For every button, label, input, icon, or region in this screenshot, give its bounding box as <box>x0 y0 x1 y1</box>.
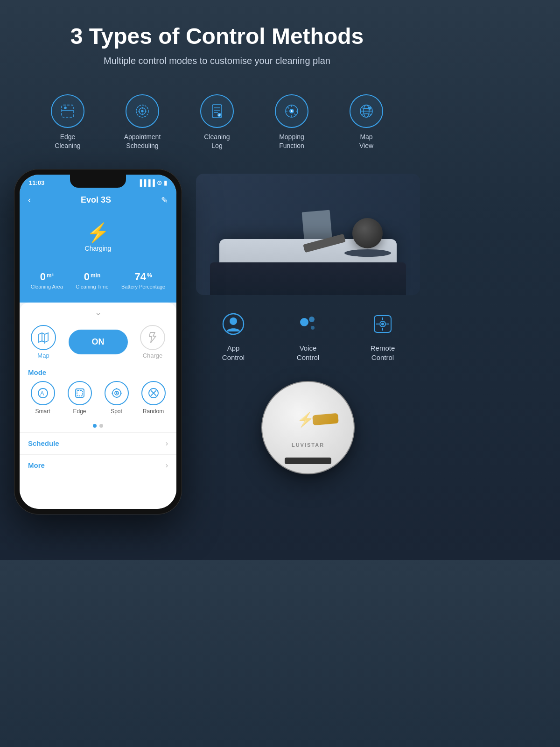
app-control-item: AppControl <box>218 309 248 363</box>
edge-mode[interactable]: Edge <box>65 381 94 415</box>
random-mode[interactable]: Random <box>139 381 168 415</box>
mopping-icon-circle <box>275 94 308 128</box>
svg-point-47 <box>230 317 237 325</box>
edge-label: Edge <box>73 408 86 415</box>
feature-map-view: MapView <box>336 94 397 150</box>
app-control-svg <box>220 311 246 337</box>
random-label: Random <box>143 408 164 415</box>
mopping-icon <box>283 102 301 120</box>
map-view-icon-circle <box>350 94 383 128</box>
cleaning-area-label: Cleaning Area <box>31 284 63 289</box>
phone-notch <box>70 175 126 188</box>
svg-point-49 <box>309 317 315 322</box>
page-dots <box>20 424 176 428</box>
edit-button[interactable]: ✎ <box>161 195 168 205</box>
smart-label: Smart <box>35 408 50 415</box>
cleaning-log-icon <box>208 102 226 120</box>
svg-point-50 <box>311 326 315 330</box>
dot-2 <box>99 424 103 428</box>
svg-rect-35 <box>77 390 83 396</box>
mode-icons: A Smart <box>28 381 168 415</box>
phone-status-bar: 11:03 ▐▐▐▐ ⊙ ▮ <box>20 175 176 191</box>
edge-cleaning-icon-circle <box>51 94 84 128</box>
svg-line-24 <box>294 114 296 115</box>
map-action[interactable]: Map <box>31 325 56 359</box>
spot-label: Spot <box>111 408 122 415</box>
cleaning-area-value: 0 <box>40 271 46 283</box>
robot-gold-strip <box>312 413 339 426</box>
edge-cleaning-label: EdgeCleaning <box>55 133 80 150</box>
quick-actions: Map ON Charge <box>20 320 176 364</box>
charge-icon <box>140 325 165 350</box>
cleaning-area-unit: m² <box>47 272 54 279</box>
map-view-icon <box>357 102 375 120</box>
on-button[interactable]: ON <box>69 330 128 354</box>
voice-control-label: VoiceControl <box>297 344 319 363</box>
wifi-icon: ⊙ <box>157 179 162 186</box>
feature-edge-cleaning: EdgeCleaning <box>37 94 98 150</box>
remote-control-label: RemoteControl <box>371 344 395 363</box>
cleaning-time-stat: 0 min Cleaning Time <box>76 271 108 289</box>
shelf-base <box>210 262 406 295</box>
mode-section: Mode A Smart <box>20 364 176 419</box>
cleaning-time-label: Cleaning Time <box>76 284 108 289</box>
phone-time: 11:03 <box>29 179 44 186</box>
smart-icon: A <box>31 381 55 405</box>
svg-point-2 <box>64 107 66 109</box>
cleaning-time-unit: min <box>91 272 100 279</box>
phone-mockup: 11:03 ▐▐▐▐ ⊙ ▮ ‹ Evol 3S ✎ ⚡ <box>14 169 182 514</box>
appointment-label: AppointmentScheduling <box>124 133 161 150</box>
spot-mode[interactable]: Spot <box>102 381 131 415</box>
robot-bottom-strip <box>285 458 331 464</box>
cleaning-time-value: 0 <box>84 271 90 283</box>
svg-point-9 <box>141 110 143 112</box>
charging-bolt-icon: ⚡ <box>86 223 110 242</box>
speaker-ring <box>344 249 391 257</box>
app-control-icon <box>218 309 248 339</box>
more-chevron-icon: › <box>166 461 168 470</box>
battery-value: 74 <box>135 271 146 283</box>
smart-mode[interactable]: A Smart <box>28 381 57 415</box>
edge-icon <box>68 381 92 405</box>
header: 3 Types of Control Methods Multiple cont… <box>0 0 434 80</box>
appointment-icon-circle <box>126 94 159 128</box>
map-label: Map <box>37 352 49 359</box>
drag-handle: ⌄ <box>20 307 176 317</box>
device-name: Evol 3S <box>31 195 161 205</box>
feature-cleaning-log: CleaningLog <box>187 94 247 150</box>
charge-label: Charge <box>143 352 163 359</box>
phone-stats: 0 m² Cleaning Area 0 min Cleaning Time <box>20 263 176 303</box>
robot-lightning-icon: ⚡ <box>297 411 314 428</box>
robot-vacuum-area: ⚡ LUVISTAR <box>196 376 420 484</box>
spot-icon <box>105 381 129 405</box>
cleaning-log-icon-circle <box>200 94 234 128</box>
remote-control-svg <box>370 311 396 337</box>
svg-point-38 <box>116 393 117 394</box>
phone-header: ‹ Evol 3S ✎ <box>20 191 176 214</box>
schedule-menu-item[interactable]: Schedule › <box>20 432 176 454</box>
random-icon <box>141 381 166 405</box>
charge-action[interactable]: Charge <box>140 325 165 359</box>
phone-screen: 11:03 ▐▐▐▐ ⊙ ▮ ‹ Evol 3S ✎ ⚡ <box>20 175 176 509</box>
svg-point-25 <box>291 110 293 112</box>
robot-vacuum: ⚡ LUVISTAR <box>261 381 355 474</box>
svg-rect-0 <box>62 105 74 117</box>
cleaning-log-label: CleaningLog <box>204 133 230 150</box>
remote-control-item: RemoteControl <box>368 309 398 363</box>
battery-label: Battery Percentage <box>121 284 165 289</box>
app-control-label: AppControl <box>222 344 245 363</box>
voice-control-item: VoiceControl <box>293 309 323 363</box>
feature-appointment-scheduling: AppointmentScheduling <box>112 94 173 150</box>
more-menu-item[interactable]: More › <box>20 454 176 476</box>
charging-label: Charging <box>85 245 112 252</box>
control-methods: AppControl VoiceControl <box>196 304 420 367</box>
features-row: EdgeCleaning AppointmentScheduling <box>0 80 434 160</box>
dot-1 <box>93 424 97 428</box>
main-title: 3 Types of Control Methods <box>19 23 415 49</box>
svg-point-57 <box>382 323 384 325</box>
battery-unit: % <box>147 272 152 279</box>
status-icons: ▐▐▐▐ ⊙ ▮ <box>138 179 167 186</box>
feature-mopping-function: MoppingFunction <box>261 94 322 150</box>
main-section: 11:03 ▐▐▐▐ ⊙ ▮ ‹ Evol 3S ✎ ⚡ <box>0 160 434 533</box>
phone-outer: 11:03 ▐▐▐▐ ⊙ ▮ ‹ Evol 3S ✎ ⚡ <box>14 169 182 514</box>
